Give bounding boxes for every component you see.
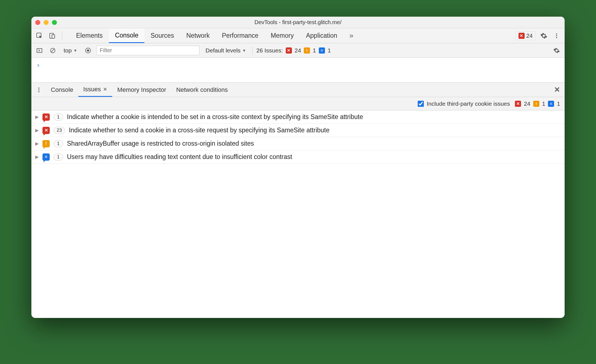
- drawer-tab-issues[interactable]: Issues✕: [78, 83, 112, 97]
- svg-point-13: [38, 91, 39, 92]
- svg-rect-2: [52, 35, 55, 38]
- log-levels-selector[interactable]: Default levels ▼: [203, 46, 248, 55]
- issue-title: Indicate whether to send a cookie in a c…: [69, 127, 329, 134]
- issue-title: SharedArrayBuffer usage is restricted to…: [67, 140, 254, 147]
- issue-count-badge: 1: [54, 153, 63, 161]
- error-icon: ✕: [42, 127, 50, 134]
- issue-title: Users may have difficulties reading text…: [67, 153, 292, 161]
- window-controls: [35, 20, 57, 25]
- devtools-window: DevTools - first-party-test.glitch.me/ E…: [31, 17, 565, 318]
- issues-toolbar: Include third-party cookie issues ✕ 24 !…: [31, 97, 565, 110]
- error-icon: ✕: [286, 47, 292, 54]
- device-toolbar-icon[interactable]: [47, 31, 57, 41]
- clear-console-icon[interactable]: [48, 46, 57, 55]
- chevron-down-icon: ▼: [73, 48, 77, 53]
- chevron-down-icon: ▼: [242, 48, 246, 53]
- levels-label: Default levels: [206, 47, 241, 54]
- expand-icon: ▶: [35, 141, 39, 146]
- issue-row[interactable]: ▶✕1Indicate whether a cookie is intended…: [31, 110, 565, 124]
- drawer-tab-network-conditions[interactable]: Network conditions: [171, 83, 233, 97]
- issues-list: ▶✕1Indicate whether a cookie is intended…: [31, 110, 565, 318]
- expand-icon: ▶: [35, 114, 39, 120]
- svg-point-4: [556, 35, 557, 36]
- prompt-icon: ›: [36, 62, 40, 69]
- svg-line-8: [51, 49, 54, 52]
- console-toolbar: top ▼ Default levels ▼ 26 Issues: ✕ 24 !…: [31, 43, 565, 58]
- warn-icon: !: [42, 140, 50, 147]
- more-tabs-icon[interactable]: »: [347, 31, 356, 41]
- divider: [252, 46, 252, 55]
- drawer-tab-console[interactable]: Console: [46, 83, 78, 97]
- svg-point-12: [38, 89, 39, 90]
- third-party-checkbox[interactable]: Include third-party cookie issues: [418, 100, 510, 107]
- live-expression-icon[interactable]: [83, 46, 93, 55]
- tab-application[interactable]: Application: [300, 28, 344, 43]
- window-title: DevTools - first-party-test.glitch.me/: [31, 19, 565, 26]
- drawer-tab-memory-inspector[interactable]: Memory Inspector: [112, 83, 171, 97]
- context-label: top: [64, 47, 72, 54]
- warning-count: 1: [313, 47, 316, 54]
- info-count: 1: [328, 47, 331, 54]
- header-error-badge[interactable]: ✕ 24: [515, 31, 536, 40]
- drawer-tab-label: Memory Inspector: [117, 86, 166, 93]
- info-icon: =: [42, 153, 50, 161]
- kebab-menu-icon[interactable]: [552, 31, 561, 41]
- info-count: 1: [557, 100, 560, 107]
- error-count: 24: [295, 47, 301, 54]
- close-tab-icon[interactable]: ✕: [103, 86, 107, 92]
- inspect-element-icon[interactable]: [35, 31, 44, 41]
- context-selector[interactable]: top ▼: [61, 46, 79, 55]
- issue-title: Indicate whether a cookie is intended to…: [67, 113, 363, 121]
- svg-point-10: [87, 49, 89, 52]
- tab-network[interactable]: Network: [180, 28, 216, 43]
- issue-count-badge: 23: [54, 127, 65, 134]
- issue-count-badge: 1: [54, 113, 63, 121]
- console-output[interactable]: ›: [31, 58, 565, 83]
- header-error-count: 24: [526, 32, 533, 39]
- warning-icon: !: [533, 101, 539, 107]
- issue-row[interactable]: ▶!1SharedArrayBuffer usage is restricted…: [31, 137, 565, 150]
- error-count: 24: [524, 100, 530, 107]
- issue-row[interactable]: ▶✕23Indicate whether to send a cookie in…: [31, 124, 565, 137]
- third-party-checkbox-input[interactable]: [418, 101, 424, 107]
- tab-performance[interactable]: Performance: [216, 28, 265, 43]
- issues-summary-label: 26 Issues:: [256, 47, 283, 54]
- titlebar: DevTools - first-party-test.glitch.me/: [31, 17, 565, 28]
- minimize-window-icon[interactable]: [44, 20, 49, 25]
- tab-sources[interactable]: Sources: [144, 28, 180, 43]
- drawer-tab-label: Network conditions: [176, 86, 228, 93]
- info-icon: =: [319, 47, 325, 54]
- expand-icon: ▶: [35, 154, 39, 160]
- error-icon: ✕: [42, 113, 50, 121]
- issues-summary[interactable]: 26 Issues: ✕ 24 ! 1 = 1: [256, 47, 331, 54]
- warning-icon: !: [304, 47, 310, 54]
- svg-point-5: [556, 37, 557, 38]
- main-tabbar: ElementsConsoleSourcesNetworkPerformance…: [31, 28, 565, 43]
- close-window-icon[interactable]: [35, 20, 40, 25]
- tab-console[interactable]: Console: [109, 28, 144, 43]
- tab-elements[interactable]: Elements: [70, 28, 109, 43]
- issues-counts: ✕ 24 ! 1 = 1: [515, 100, 560, 107]
- drawer-menu-icon[interactable]: [34, 85, 44, 95]
- issue-row[interactable]: ▶=1Users may have difficulties reading t…: [31, 150, 565, 164]
- drawer-tab-label: Issues: [83, 86, 101, 93]
- console-settings-icon[interactable]: [552, 46, 561, 55]
- tab-memory[interactable]: Memory: [265, 28, 300, 43]
- warning-count: 1: [542, 100, 545, 107]
- close-drawer-icon[interactable]: ✕: [552, 85, 562, 95]
- svg-point-3: [556, 33, 557, 34]
- error-icon: ✕: [515, 101, 521, 107]
- toggle-sidebar-icon[interactable]: [35, 46, 44, 55]
- settings-icon[interactable]: [539, 31, 549, 41]
- third-party-checkbox-label: Include third-party cookie issues: [427, 100, 510, 107]
- expand-icon: ▶: [35, 128, 39, 133]
- divider: [62, 31, 62, 40]
- info-icon: =: [548, 101, 554, 107]
- svg-point-11: [38, 87, 39, 89]
- filter-input[interactable]: [97, 46, 199, 55]
- issue-count-badge: 1: [54, 140, 63, 147]
- zoom-window-icon[interactable]: [52, 20, 57, 25]
- drawer-tab-label: Console: [51, 86, 73, 93]
- drawer-tabbar: ConsoleIssues✕Memory InspectorNetwork co…: [31, 83, 565, 97]
- error-icon: ✕: [519, 33, 525, 39]
